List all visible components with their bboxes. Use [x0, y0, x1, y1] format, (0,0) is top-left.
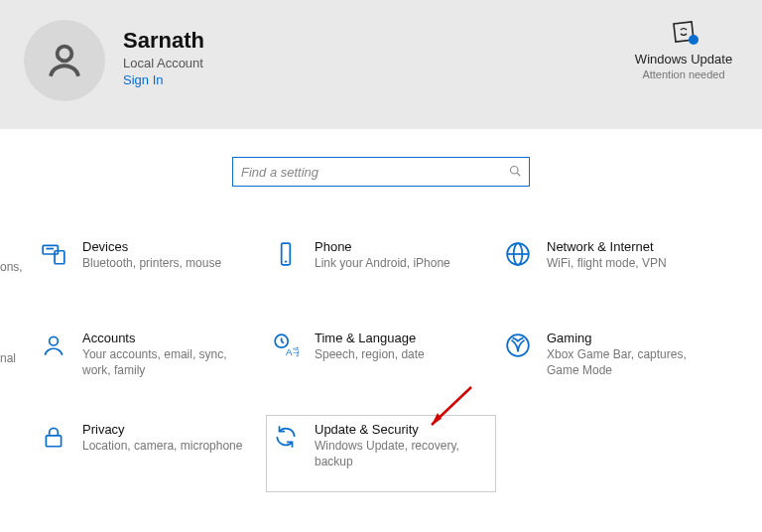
category-phone[interactable]: Phone Link your Android, iPhone [266, 232, 496, 310]
header-band: Sarnath Local Account Sign In Windows Up… [0, 0, 762, 129]
category-sub: Windows Update, recovery, backup [315, 439, 483, 469]
search-input[interactable] [241, 165, 509, 180]
search-box[interactable] [232, 157, 530, 187]
sync-badge-icon [670, 20, 698, 44]
category-title: Network & Internet [547, 239, 667, 254]
category-sub: Your accounts, email, sync, work, family [82, 347, 251, 378]
accounts-icon [39, 331, 68, 360]
sync-icon [271, 422, 301, 452]
category-network[interactable]: Network & Internet WiFi, flight mode, VP… [498, 232, 728, 310]
svg-point-0 [58, 47, 72, 62]
edge-text-a: ons, [0, 260, 23, 274]
category-sub: Link your Android, iPhone [315, 256, 450, 272]
svg-point-15 [507, 334, 529, 356]
svg-point-12 [50, 336, 59, 345]
category-gaming[interactable]: Gaming Xbox Game Bar, captures, Game Mod… [498, 324, 728, 401]
svg-rect-16 [46, 436, 61, 447]
category-title: Gaming [547, 331, 715, 345]
svg-rect-5 [55, 251, 64, 264]
category-title: Update & Security [315, 422, 483, 437]
svg-point-2 [511, 166, 519, 174]
category-sub: Xbox Game Bar, captures, Game Mode [547, 347, 715, 378]
windows-update-title: Windows Update [629, 52, 738, 66]
category-title: Phone [315, 239, 450, 254]
person-icon [44, 40, 85, 81]
svg-line-3 [517, 173, 520, 176]
sign-in-link[interactable]: Sign In [123, 72, 204, 87]
user-name: Sarnath [123, 28, 204, 54]
category-sub: Location, camera, microphone [82, 439, 242, 455]
user-account-type: Local Account [123, 56, 204, 70]
svg-rect-4 [43, 245, 58, 254]
settings-grid: Devices Bluetooth, printers, mouse Phone… [0, 232, 762, 492]
user-block: Sarnath Local Account Sign In [123, 20, 204, 87]
globe-icon [503, 239, 533, 269]
category-time[interactable]: A字 Time & Language Speech, region, date [266, 324, 496, 401]
time-language-icon: A字 [271, 331, 301, 360]
search-row [0, 157, 762, 187]
category-devices[interactable]: Devices Bluetooth, printers, mouse [34, 232, 264, 310]
lock-icon [39, 422, 68, 452]
category-privacy[interactable]: Privacy Location, camera, microphone [34, 415, 264, 492]
xbox-icon [503, 331, 533, 360]
category-title: Devices [82, 239, 221, 254]
category-title: Privacy [82, 422, 242, 437]
devices-icon [39, 239, 68, 269]
category-title: Accounts [82, 331, 251, 345]
windows-update-tile[interactable]: Windows Update Attention needed [629, 20, 738, 80]
category-title: Time & Language [315, 331, 425, 345]
search-icon [509, 165, 521, 180]
windows-update-sub: Attention needed [629, 68, 738, 80]
category-sub: WiFi, flight mode, VPN [547, 256, 667, 272]
svg-text:A字: A字 [286, 346, 299, 357]
category-accounts[interactable]: Accounts Your accounts, email, sync, wor… [34, 324, 264, 401]
category-update-security[interactable]: Update & Security Windows Update, recove… [266, 415, 496, 492]
phone-icon [271, 239, 301, 269]
edge-text-b: nal [0, 351, 16, 365]
svg-point-1 [689, 35, 698, 45]
category-sub: Bluetooth, printers, mouse [82, 256, 221, 272]
avatar[interactable] [24, 20, 105, 101]
category-sub: Speech, region, date [315, 347, 425, 363]
